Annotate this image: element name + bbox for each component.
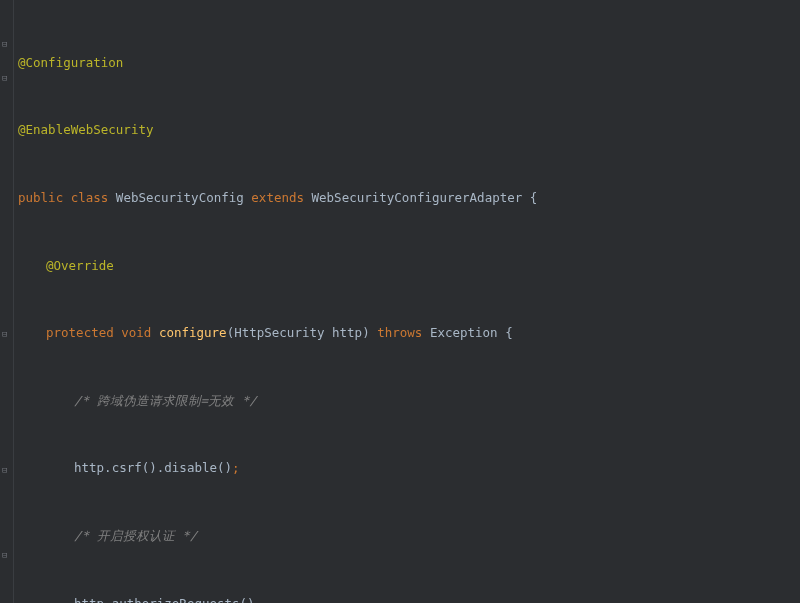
code-line: @Configuration: [18, 55, 757, 72]
code-line: http.csrf().disable();: [18, 460, 757, 477]
fold-gutter: ⊟ ⊟ ⊟ ⊟ ⊟: [0, 0, 14, 603]
fold-icon[interactable]: ⊟: [2, 38, 7, 50]
fold-icon[interactable]: ⊟: [2, 72, 7, 84]
code-line: @EnableWebSecurity: [18, 122, 757, 139]
code-line: /* 跨域伪造请求限制=无效 */: [18, 393, 757, 410]
code-line: public class WebSecurityConfig extends W…: [18, 190, 757, 207]
fold-icon[interactable]: ⊟: [2, 549, 7, 561]
code-area[interactable]: @Configuration @EnableWebSecurity public…: [14, 0, 757, 603]
code-line: http.authorizeRequests(): [18, 596, 757, 603]
code-line: @Override: [18, 258, 757, 275]
fold-icon[interactable]: ⊟: [2, 464, 7, 476]
code-line: protected void configure(HttpSecurity ht…: [18, 325, 757, 342]
fold-icon[interactable]: ⊟: [2, 328, 7, 340]
code-line: /* 开启授权认证 */: [18, 528, 757, 545]
code-editor[interactable]: ⊟ ⊟ ⊟ ⊟ ⊟ @Configuration @EnableWebSecur…: [0, 0, 800, 603]
